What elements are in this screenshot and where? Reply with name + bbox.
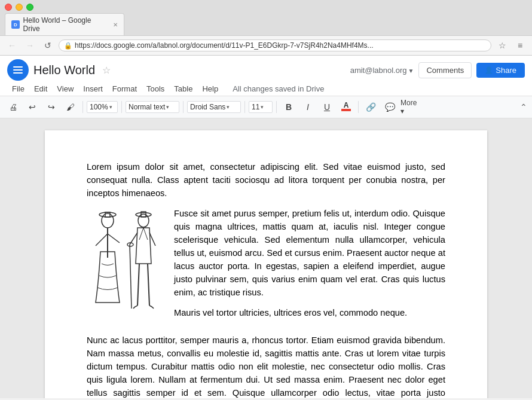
browser-tab[interactable]: D Hello World – Google Drive ✕ bbox=[5, 13, 124, 35]
minimize-button[interactable] bbox=[16, 4, 23, 11]
print-button[interactable]: 🖨 bbox=[5, 99, 22, 115]
close-button[interactable] bbox=[5, 4, 12, 11]
menu-view[interactable]: View bbox=[52, 82, 78, 96]
svg-line-13 bbox=[130, 245, 132, 309]
traffic-lights bbox=[5, 4, 33, 11]
document-section-with-image: Fusce sit amet purus semper, pretium fel… bbox=[87, 207, 445, 326]
hamburger-menu[interactable] bbox=[7, 59, 29, 81]
docs-menu-row: File Edit View Insert Format Tools Table… bbox=[7, 82, 525, 96]
menu-table[interactable]: Table bbox=[169, 82, 197, 96]
refresh-button[interactable]: ↺ bbox=[41, 38, 55, 53]
toolbar-divider bbox=[82, 101, 83, 113]
svg-line-16 bbox=[148, 264, 149, 306]
color-letter: A bbox=[344, 102, 349, 109]
size-arrow: ▾ bbox=[261, 104, 264, 110]
navigation-bar: ← → ↺ 🔒 https://docs.google.com/a/labnol… bbox=[0, 35, 532, 55]
more-button[interactable]: More ▾ bbox=[400, 99, 417, 115]
toolbar-divider bbox=[121, 101, 122, 113]
paragraph-2: Fusce sit amet purus semper, pretium fel… bbox=[174, 207, 445, 299]
link-button[interactable]: 🔗 bbox=[362, 99, 379, 115]
back-button[interactable]: ← bbox=[5, 38, 19, 53]
tab-title: Hello World – Google Drive bbox=[23, 16, 107, 33]
docs-title-right: amit@labnol.org Comments 👤 Share bbox=[350, 62, 525, 78]
paint-format-button[interactable]: 🖌 bbox=[62, 99, 79, 115]
docs-container: Hello World ☆ amit@labnol.org Comments 👤… bbox=[0, 56, 532, 398]
font-color-button[interactable]: A bbox=[338, 99, 354, 115]
comments-button[interactable]: Comments bbox=[418, 62, 472, 78]
docs-title-row: Hello World ☆ amit@labnol.org Comments 👤… bbox=[7, 59, 525, 81]
paragraph-3: Mauris vel tortor ultricies, ultrices er… bbox=[174, 306, 445, 319]
font-value: Droid Sans bbox=[190, 103, 225, 111]
undo-button[interactable]: ↩ bbox=[24, 99, 41, 115]
star-button[interactable]: ☆ bbox=[102, 65, 111, 76]
svg-line-4 bbox=[96, 234, 108, 246]
menu-button[interactable]: ≡ bbox=[513, 38, 527, 53]
menu-help[interactable]: Help bbox=[197, 82, 223, 96]
paragraph-1: Lorem ipsum dolor sit amet, consectetur … bbox=[87, 160, 445, 200]
paragraph-4: Nunc ac lacus porttitor, semper mauris a… bbox=[87, 334, 445, 398]
fashion-image bbox=[87, 207, 164, 326]
tab-close-button[interactable]: ✕ bbox=[113, 22, 118, 28]
italic-button[interactable]: I bbox=[299, 99, 316, 115]
collapse-toolbar-button[interactable]: ⌃ bbox=[520, 102, 527, 112]
document-page[interactable]: Lorem ipsum dolor sit amet, consectetur … bbox=[45, 130, 487, 398]
menu-format[interactable]: Format bbox=[108, 82, 142, 96]
redo-button[interactable]: ↪ bbox=[43, 99, 60, 115]
toolbar-divider bbox=[358, 101, 359, 113]
toolbar-divider bbox=[276, 101, 277, 113]
zoom-selector[interactable]: 100% ▾ bbox=[87, 101, 118, 113]
menu-edit[interactable]: Edit bbox=[29, 82, 52, 96]
size-selector[interactable]: 11 ▾ bbox=[249, 101, 273, 113]
font-arrow: ▾ bbox=[227, 104, 230, 110]
address-bar[interactable]: 🔒 https://docs.google.com/a/labnol.org/d… bbox=[59, 39, 491, 51]
share-label: Share bbox=[496, 66, 516, 75]
text-block-beside-image: Fusce sit amet purus semper, pretium fel… bbox=[174, 207, 445, 326]
style-arrow: ▾ bbox=[166, 104, 169, 110]
color-bar bbox=[341, 109, 351, 111]
svg-line-9 bbox=[139, 228, 143, 240]
svg-line-15 bbox=[137, 264, 139, 306]
docs-title-left: Hello World ☆ bbox=[7, 59, 111, 81]
svg-point-0 bbox=[102, 213, 114, 228]
user-menu[interactable]: amit@labnol.org bbox=[350, 66, 414, 75]
bookmark-button[interactable]: ☆ bbox=[495, 38, 509, 53]
share-icon: 👤 bbox=[485, 66, 493, 74]
maximize-button[interactable] bbox=[26, 4, 33, 11]
toolbar: 🖨 ↩ ↪ 🖌 100% ▾ Normal text ▾ Droid Sans … bbox=[0, 96, 532, 118]
zoom-value: 100% bbox=[90, 103, 108, 111]
svg-line-5 bbox=[108, 234, 120, 243]
save-status: All changes saved in Drive bbox=[233, 84, 324, 93]
bold-button[interactable]: B bbox=[280, 99, 297, 115]
comment-button[interactable]: 💬 bbox=[381, 99, 398, 115]
menu-insert[interactable]: Insert bbox=[78, 82, 108, 96]
menu-tools[interactable]: Tools bbox=[142, 82, 169, 96]
document-title[interactable]: Hello World bbox=[33, 63, 95, 77]
toolbar-divider bbox=[244, 101, 245, 113]
url-text: https://docs.google.com/a/labnol.org/doc… bbox=[75, 41, 486, 50]
tab-bar: D Hello World – Google Drive ✕ bbox=[0, 13, 532, 35]
svg-point-6 bbox=[138, 214, 149, 227]
font-selector[interactable]: Droid Sans ▾ bbox=[187, 101, 241, 113]
menu-file[interactable]: File bbox=[7, 82, 29, 96]
docs-header: Hello World ☆ amit@labnol.org Comments 👤… bbox=[0, 56, 532, 96]
document-area: Lorem ipsum dolor sit amet, consectetur … bbox=[0, 118, 532, 398]
svg-rect-2 bbox=[105, 212, 110, 217]
hamburger-line bbox=[13, 69, 23, 71]
svg-point-7 bbox=[136, 213, 151, 217]
style-selector[interactable]: Normal text ▾ bbox=[126, 101, 179, 113]
svg-line-10 bbox=[143, 228, 148, 240]
style-value: Normal text bbox=[129, 103, 165, 111]
share-button[interactable]: 👤 Share bbox=[476, 63, 525, 78]
forward-button[interactable]: → bbox=[23, 38, 37, 53]
lock-icon: 🔒 bbox=[64, 42, 72, 50]
toolbar-divider bbox=[183, 101, 184, 113]
svg-point-1 bbox=[99, 212, 116, 217]
hamburger-line bbox=[13, 66, 23, 68]
size-value: 11 bbox=[252, 103, 259, 111]
zoom-arrow: ▾ bbox=[109, 104, 112, 110]
color-indicator: A bbox=[341, 102, 351, 112]
underline-button[interactable]: U bbox=[319, 99, 335, 115]
fashion-figure-svg bbox=[87, 207, 164, 314]
hamburger-line bbox=[13, 72, 23, 74]
tab-favicon: D bbox=[11, 20, 20, 29]
